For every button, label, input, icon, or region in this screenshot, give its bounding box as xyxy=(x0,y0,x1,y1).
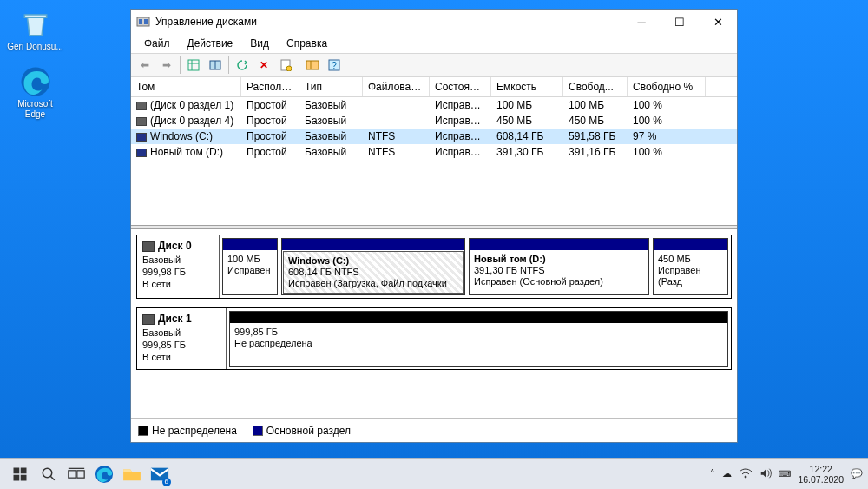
disk-management-window: Управление дисками ─ ☐ ✕ Файл Действие В… xyxy=(130,9,738,443)
menu-help[interactable]: Справка xyxy=(279,36,335,51)
forward-button[interactable]: ➡ xyxy=(156,56,177,75)
svg-rect-4 xyxy=(188,60,199,70)
tool-button-3[interactable] xyxy=(302,56,323,75)
svg-rect-17 xyxy=(77,470,84,477)
volume-row[interactable]: (Диск 0 раздел 1)ПростойБазовыйИсправен.… xyxy=(131,97,737,113)
legend: Не распределена Основной раздел xyxy=(131,418,737,442)
volume-row[interactable]: Windows (C:)ПростойБазовыйNTFSИсправен..… xyxy=(131,129,737,144)
search-icon[interactable] xyxy=(36,461,61,487)
notification-icon[interactable]: 💬 xyxy=(851,468,863,479)
delete-button[interactable]: ✕ xyxy=(253,56,274,75)
col-status[interactable]: Состояние xyxy=(430,77,491,96)
col-cap[interactable]: Емкость xyxy=(491,77,563,96)
tool-button-2[interactable] xyxy=(205,56,226,75)
volume-row[interactable]: (Диск 0 раздел 4)ПростойБазовыйИсправен.… xyxy=(131,113,737,129)
disk-info: Диск 0Базовый999,98 ГБВ сети xyxy=(137,235,220,298)
partition[interactable]: 999,85 ГБНе распределена xyxy=(229,311,728,367)
volume-list[interactable]: Том Располо... Тип Файловая с... Состоян… xyxy=(131,77,737,225)
tray-chevron-icon[interactable]: ˄ xyxy=(710,468,715,479)
col-free[interactable]: Свобод... xyxy=(563,77,628,96)
edge-icon[interactable]: Microsoft Edge xyxy=(7,64,63,120)
help-button[interactable]: ? xyxy=(324,56,345,75)
task-view-icon[interactable] xyxy=(64,461,89,487)
col-fs[interactable]: Файловая с... xyxy=(363,77,430,96)
menu-file[interactable]: Файл xyxy=(136,36,178,51)
edge-taskbar-icon[interactable] xyxy=(92,461,116,487)
recycle-bin-icon[interactable]: Geri Donusu... xyxy=(7,7,63,52)
explorer-icon[interactable] xyxy=(120,461,144,487)
svg-rect-3 xyxy=(144,19,148,24)
minimize-button[interactable]: ─ xyxy=(622,10,661,34)
wifi-icon[interactable] xyxy=(739,468,753,480)
col-type[interactable]: Тип xyxy=(299,77,363,96)
app-icon xyxy=(136,15,150,29)
menu-action[interactable]: Действие xyxy=(180,36,241,51)
tool-button-1[interactable] xyxy=(183,56,204,75)
svg-rect-12 xyxy=(21,467,27,473)
toolbar: ⬅ ➡ ✕ ? xyxy=(131,53,737,77)
volume-list-header[interactable]: Том Располо... Тип Файловая с... Состоян… xyxy=(131,77,737,97)
language-icon[interactable]: ⌨ xyxy=(779,469,791,479)
maximize-button[interactable]: ☐ xyxy=(661,10,699,34)
properties-button[interactable] xyxy=(275,56,296,75)
refresh-button[interactable] xyxy=(232,56,253,75)
disk-block[interactable]: Диск 0Базовый999,98 ГБВ сети100 МБИсправ… xyxy=(136,235,732,299)
onedrive-icon[interactable]: ☁ xyxy=(722,468,732,479)
partition[interactable]: 100 МБИсправен xyxy=(222,238,278,295)
mail-icon[interactable]: 6 xyxy=(148,461,172,487)
start-button[interactable] xyxy=(5,461,35,487)
svg-rect-2 xyxy=(139,19,142,24)
svg-point-15 xyxy=(43,468,52,478)
close-button[interactable]: ✕ xyxy=(699,10,737,34)
legend-primary: Основной раздел xyxy=(253,425,351,437)
volume-row[interactable]: Новый том (D:)ПростойБазовыйNTFSИсправен… xyxy=(131,144,737,160)
taskbar[interactable]: 6 ˄ ☁ ⌨ 12:2216.07.2020 💬 xyxy=(0,458,868,489)
titlebar[interactable]: Управление дисками ─ ☐ ✕ xyxy=(131,10,737,34)
svg-rect-16 xyxy=(69,470,76,477)
col-vol[interactable]: Том xyxy=(131,77,241,96)
svg-rect-13 xyxy=(14,474,20,480)
partition[interactable]: Windows (C:)608,14 ГБ NTFSИсправен (Загр… xyxy=(281,238,465,295)
svg-text:?: ? xyxy=(332,61,337,70)
svg-rect-14 xyxy=(21,474,27,480)
col-pct[interactable]: Свободно % xyxy=(628,77,706,96)
system-tray[interactable]: ˄ ☁ ⌨ 12:2216.07.2020 💬 xyxy=(710,464,863,485)
menubar: Файл Действие Вид Справка xyxy=(131,34,737,53)
partition[interactable]: Новый том (D:)391,30 ГБ NTFSИсправен (Ос… xyxy=(469,238,649,295)
legend-unalloc: Не распределена xyxy=(138,425,237,437)
volume-icon[interactable] xyxy=(760,467,772,481)
svg-point-7 xyxy=(286,66,292,71)
menu-view[interactable]: Вид xyxy=(242,36,277,51)
graphical-view[interactable]: Диск 0Базовый999,98 ГБВ сети100 МБИсправ… xyxy=(131,229,737,418)
svg-rect-11 xyxy=(14,467,20,473)
back-button[interactable]: ⬅ xyxy=(135,56,155,75)
clock[interactable]: 12:2216.07.2020 xyxy=(798,464,844,485)
desktop-icons: Geri Donusu... Microsoft Edge xyxy=(7,7,63,132)
partition[interactable]: 450 МБИсправен (Разд xyxy=(653,238,728,295)
disk-info: Диск 1Базовый999,85 ГБВ сети xyxy=(137,308,227,369)
svg-point-20 xyxy=(745,476,746,478)
disk-block[interactable]: Диск 1Базовый999,85 ГБВ сети999,85 ГБНе … xyxy=(136,307,732,370)
window-title: Управление дисками xyxy=(155,16,622,28)
svg-rect-8 xyxy=(306,61,319,69)
col-layout[interactable]: Располо... xyxy=(241,77,299,96)
